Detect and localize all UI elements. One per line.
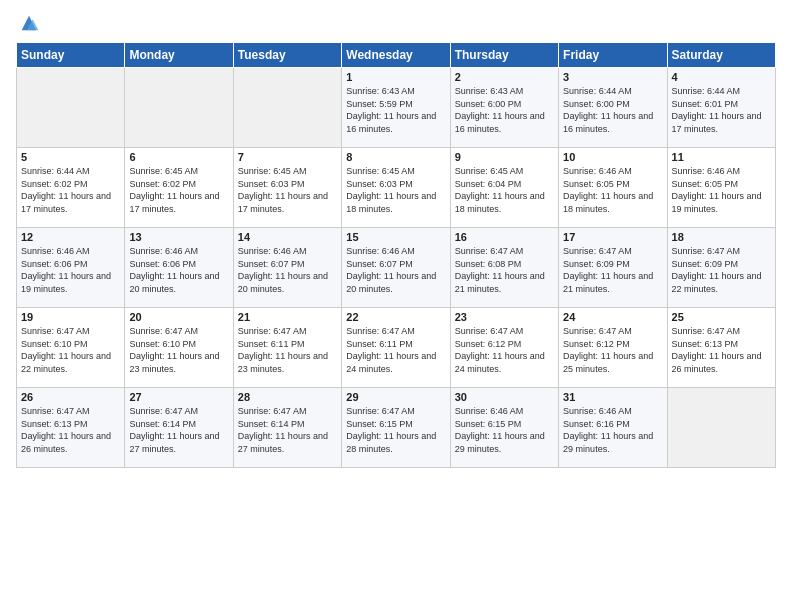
day-cell: 28Sunrise: 6:47 AMSunset: 6:14 PMDayligh…	[233, 388, 341, 468]
day-info: Sunrise: 6:46 AMSunset: 6:07 PMDaylight:…	[346, 245, 445, 295]
day-cell: 15Sunrise: 6:46 AMSunset: 6:07 PMDayligh…	[342, 228, 450, 308]
week-row-1: 1Sunrise: 6:43 AMSunset: 5:59 PMDaylight…	[17, 68, 776, 148]
day-info: Sunrise: 6:47 AMSunset: 6:09 PMDaylight:…	[563, 245, 662, 295]
day-number: 12	[21, 231, 120, 243]
week-row-5: 26Sunrise: 6:47 AMSunset: 6:13 PMDayligh…	[17, 388, 776, 468]
day-info: Sunrise: 6:43 AMSunset: 6:00 PMDaylight:…	[455, 85, 554, 135]
day-info: Sunrise: 6:46 AMSunset: 6:05 PMDaylight:…	[672, 165, 771, 215]
weekday-header-saturday: Saturday	[667, 43, 775, 68]
day-cell: 16Sunrise: 6:47 AMSunset: 6:08 PMDayligh…	[450, 228, 558, 308]
day-number: 26	[21, 391, 120, 403]
day-info: Sunrise: 6:44 AMSunset: 6:01 PMDaylight:…	[672, 85, 771, 135]
day-cell: 10Sunrise: 6:46 AMSunset: 6:05 PMDayligh…	[559, 148, 667, 228]
day-cell: 29Sunrise: 6:47 AMSunset: 6:15 PMDayligh…	[342, 388, 450, 468]
day-cell: 3Sunrise: 6:44 AMSunset: 6:00 PMDaylight…	[559, 68, 667, 148]
weekday-header-wednesday: Wednesday	[342, 43, 450, 68]
day-number: 10	[563, 151, 662, 163]
day-info: Sunrise: 6:47 AMSunset: 6:12 PMDaylight:…	[455, 325, 554, 375]
day-info: Sunrise: 6:47 AMSunset: 6:10 PMDaylight:…	[21, 325, 120, 375]
day-cell: 22Sunrise: 6:47 AMSunset: 6:11 PMDayligh…	[342, 308, 450, 388]
day-cell: 21Sunrise: 6:47 AMSunset: 6:11 PMDayligh…	[233, 308, 341, 388]
day-info: Sunrise: 6:44 AMSunset: 6:00 PMDaylight:…	[563, 85, 662, 135]
day-cell: 1Sunrise: 6:43 AMSunset: 5:59 PMDaylight…	[342, 68, 450, 148]
day-cell: 5Sunrise: 6:44 AMSunset: 6:02 PMDaylight…	[17, 148, 125, 228]
day-info: Sunrise: 6:44 AMSunset: 6:02 PMDaylight:…	[21, 165, 120, 215]
week-row-4: 19Sunrise: 6:47 AMSunset: 6:10 PMDayligh…	[17, 308, 776, 388]
week-row-2: 5Sunrise: 6:44 AMSunset: 6:02 PMDaylight…	[17, 148, 776, 228]
day-number: 14	[238, 231, 337, 243]
day-cell: 7Sunrise: 6:45 AMSunset: 6:03 PMDaylight…	[233, 148, 341, 228]
day-cell: 27Sunrise: 6:47 AMSunset: 6:14 PMDayligh…	[125, 388, 233, 468]
week-row-3: 12Sunrise: 6:46 AMSunset: 6:06 PMDayligh…	[17, 228, 776, 308]
day-info: Sunrise: 6:47 AMSunset: 6:09 PMDaylight:…	[672, 245, 771, 295]
day-cell	[17, 68, 125, 148]
day-info: Sunrise: 6:45 AMSunset: 6:03 PMDaylight:…	[238, 165, 337, 215]
day-number: 1	[346, 71, 445, 83]
day-number: 13	[129, 231, 228, 243]
day-cell	[125, 68, 233, 148]
day-cell: 6Sunrise: 6:45 AMSunset: 6:02 PMDaylight…	[125, 148, 233, 228]
day-info: Sunrise: 6:45 AMSunset: 6:04 PMDaylight:…	[455, 165, 554, 215]
header	[16, 12, 776, 34]
day-number: 6	[129, 151, 228, 163]
day-info: Sunrise: 6:47 AMSunset: 6:12 PMDaylight:…	[563, 325, 662, 375]
day-number: 25	[672, 311, 771, 323]
day-number: 28	[238, 391, 337, 403]
day-cell: 2Sunrise: 6:43 AMSunset: 6:00 PMDaylight…	[450, 68, 558, 148]
day-cell: 12Sunrise: 6:46 AMSunset: 6:06 PMDayligh…	[17, 228, 125, 308]
day-number: 17	[563, 231, 662, 243]
day-info: Sunrise: 6:47 AMSunset: 6:14 PMDaylight:…	[238, 405, 337, 455]
day-info: Sunrise: 6:46 AMSunset: 6:06 PMDaylight:…	[21, 245, 120, 295]
day-info: Sunrise: 6:47 AMSunset: 6:14 PMDaylight:…	[129, 405, 228, 455]
weekday-header-thursday: Thursday	[450, 43, 558, 68]
day-cell: 30Sunrise: 6:46 AMSunset: 6:15 PMDayligh…	[450, 388, 558, 468]
day-number: 7	[238, 151, 337, 163]
day-number: 27	[129, 391, 228, 403]
page: SundayMondayTuesdayWednesdayThursdayFrid…	[0, 0, 792, 612]
day-number: 9	[455, 151, 554, 163]
day-number: 20	[129, 311, 228, 323]
day-number: 18	[672, 231, 771, 243]
day-info: Sunrise: 6:45 AMSunset: 6:03 PMDaylight:…	[346, 165, 445, 215]
day-cell: 18Sunrise: 6:47 AMSunset: 6:09 PMDayligh…	[667, 228, 775, 308]
logo-icon	[18, 12, 40, 34]
day-number: 15	[346, 231, 445, 243]
day-info: Sunrise: 6:46 AMSunset: 6:07 PMDaylight:…	[238, 245, 337, 295]
day-cell: 19Sunrise: 6:47 AMSunset: 6:10 PMDayligh…	[17, 308, 125, 388]
day-info: Sunrise: 6:43 AMSunset: 5:59 PMDaylight:…	[346, 85, 445, 135]
day-number: 3	[563, 71, 662, 83]
day-number: 22	[346, 311, 445, 323]
day-number: 19	[21, 311, 120, 323]
day-number: 30	[455, 391, 554, 403]
day-info: Sunrise: 6:47 AMSunset: 6:10 PMDaylight:…	[129, 325, 228, 375]
day-cell: 31Sunrise: 6:46 AMSunset: 6:16 PMDayligh…	[559, 388, 667, 468]
day-info: Sunrise: 6:47 AMSunset: 6:13 PMDaylight:…	[672, 325, 771, 375]
day-cell: 25Sunrise: 6:47 AMSunset: 6:13 PMDayligh…	[667, 308, 775, 388]
day-cell: 14Sunrise: 6:46 AMSunset: 6:07 PMDayligh…	[233, 228, 341, 308]
day-cell	[233, 68, 341, 148]
day-number: 5	[21, 151, 120, 163]
day-cell: 8Sunrise: 6:45 AMSunset: 6:03 PMDaylight…	[342, 148, 450, 228]
weekday-header-monday: Monday	[125, 43, 233, 68]
day-cell	[667, 388, 775, 468]
day-info: Sunrise: 6:46 AMSunset: 6:16 PMDaylight:…	[563, 405, 662, 455]
day-number: 23	[455, 311, 554, 323]
weekday-header-row: SundayMondayTuesdayWednesdayThursdayFrid…	[17, 43, 776, 68]
weekday-header-sunday: Sunday	[17, 43, 125, 68]
day-info: Sunrise: 6:45 AMSunset: 6:02 PMDaylight:…	[129, 165, 228, 215]
day-number: 24	[563, 311, 662, 323]
day-info: Sunrise: 6:47 AMSunset: 6:15 PMDaylight:…	[346, 405, 445, 455]
day-number: 11	[672, 151, 771, 163]
day-number: 8	[346, 151, 445, 163]
day-cell: 23Sunrise: 6:47 AMSunset: 6:12 PMDayligh…	[450, 308, 558, 388]
day-cell: 4Sunrise: 6:44 AMSunset: 6:01 PMDaylight…	[667, 68, 775, 148]
day-info: Sunrise: 6:46 AMSunset: 6:06 PMDaylight:…	[129, 245, 228, 295]
calendar-table: SundayMondayTuesdayWednesdayThursdayFrid…	[16, 42, 776, 468]
day-cell: 9Sunrise: 6:45 AMSunset: 6:04 PMDaylight…	[450, 148, 558, 228]
day-number: 4	[672, 71, 771, 83]
day-info: Sunrise: 6:47 AMSunset: 6:13 PMDaylight:…	[21, 405, 120, 455]
day-number: 2	[455, 71, 554, 83]
day-cell: 20Sunrise: 6:47 AMSunset: 6:10 PMDayligh…	[125, 308, 233, 388]
day-cell: 26Sunrise: 6:47 AMSunset: 6:13 PMDayligh…	[17, 388, 125, 468]
day-info: Sunrise: 6:46 AMSunset: 6:15 PMDaylight:…	[455, 405, 554, 455]
